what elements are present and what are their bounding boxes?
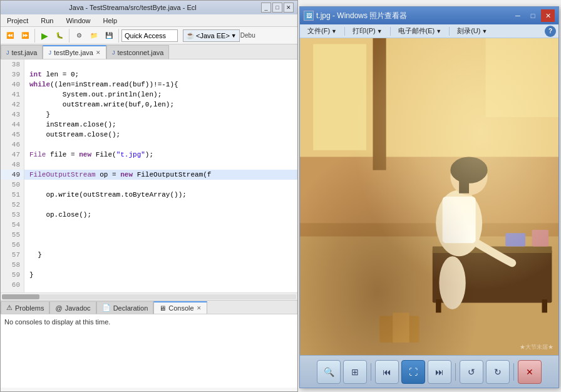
- line-num-55: 55: [1, 230, 24, 240]
- toolbar-misc-section: ⚙ 📁 💾: [72, 29, 119, 43]
- eclipse-title-text: Java - TestStreama/src/testByte.java - E…: [4, 4, 261, 11]
- zoom-fit-button[interactable]: ⊞: [343, 360, 367, 384]
- code-line-52: [24, 200, 297, 210]
- tab-javadoc[interactable]: @ Javadoc: [49, 301, 96, 314]
- chevron-down-icon: ▼: [231, 33, 237, 39]
- svg-rect-8: [433, 246, 552, 253]
- line-num-40: 40: [1, 80, 24, 90]
- java-ee-dropdown[interactable]: ☕ <Java EE> ▼: [183, 29, 240, 42]
- java-file-icon: J: [6, 49, 9, 56]
- prev-image-button[interactable]: ⏮: [375, 360, 399, 384]
- pv-close-button[interactable]: ✕: [541, 9, 555, 22]
- menu-help[interactable]: Help: [100, 16, 121, 26]
- line-num-56: 56: [1, 240, 24, 250]
- line-num-46: 46: [1, 140, 24, 150]
- svg-rect-0: [300, 38, 558, 355]
- pv-menu-burn[interactable]: 刻录(U) ▼: [452, 25, 492, 37]
- zoom-fit-icon: ⊞: [351, 367, 359, 377]
- console-content: No consoles to display at this time.: [1, 314, 297, 388]
- line-num-60: 60: [1, 280, 24, 290]
- code-line-40: while((len=inStream.read(buf))!=-1){: [24, 80, 297, 90]
- perspective-icon: ☕: [186, 31, 195, 39]
- tab-console-label: Console: [168, 304, 193, 312]
- code-line-54: [24, 220, 297, 230]
- tab-console-close-icon[interactable]: ✕: [197, 305, 202, 311]
- pv-menu-file[interactable]: 文件(F) ▼: [302, 25, 342, 37]
- toolbar-debug-btn[interactable]: 🐛: [53, 29, 66, 43]
- pv-menu-print[interactable]: 打印(P) ▼: [347, 25, 388, 37]
- code-line-42: outStream.write(buf,0,len);: [24, 100, 297, 110]
- toolbar-btn-c[interactable]: 💾: [102, 29, 116, 43]
- photo-viewer-title-bar: 🖼 t.jpg - Windows 照片查看器 ─ □ ✕: [300, 7, 558, 24]
- svg-rect-3: [486, 38, 558, 117]
- fullscreen-button[interactable]: ⛶: [401, 360, 425, 384]
- menu-project[interactable]: Project: [3, 16, 32, 26]
- rotate-ccw-button[interactable]: ↺: [460, 360, 483, 384]
- svg-point-12: [450, 158, 487, 195]
- tab-testconnet-java[interactable]: J testconnet.java: [106, 45, 170, 59]
- zoom-in-button[interactable]: 🔍: [317, 360, 341, 384]
- toolbar-btn-2[interactable]: ⏩: [18, 29, 32, 43]
- svg-rect-6: [300, 237, 558, 355]
- code-line-53: op.close();: [24, 210, 297, 220]
- toolbar-run-btn[interactable]: ▶: [38, 29, 51, 43]
- toolbar-run-section: ▶ 🐛: [38, 29, 69, 43]
- next-icon: ⏭: [435, 367, 444, 377]
- toolbar-btn-b[interactable]: 📁: [87, 29, 101, 43]
- tab-label: testByte.java: [54, 49, 93, 56]
- tab-declaration-label: Declaration: [113, 304, 148, 312]
- scrollbar-thumb[interactable]: [2, 294, 39, 299]
- line-num-58: 58: [1, 260, 24, 270]
- pv-help-button[interactable]: ?: [545, 26, 556, 37]
- bottom-tab-bar: ⚠ Problems @ Javadoc 📄 Declaration 🖥 Con…: [1, 301, 297, 314]
- tab-testbyte-java[interactable]: J testByte.java ✕: [43, 45, 106, 59]
- eclipse-menu-bar: Project Run Window Help: [1, 14, 297, 27]
- console-message: No consoles to display at this time.: [4, 318, 110, 326]
- photo-viewer-menu-bar: 文件(F) ▼ 打印(P) ▼ 电子邮件(E) ▼ 刻录(U) ▼ ?: [300, 24, 558, 38]
- toolbar-btn-a[interactable]: ⚙: [72, 29, 86, 43]
- pv-minimize-button[interactable]: ─: [511, 9, 525, 22]
- svg-point-13: [450, 157, 487, 183]
- rotate-cw-button[interactable]: ↻: [486, 360, 510, 384]
- code-line-43: }: [24, 110, 297, 120]
- svg-rect-15: [443, 197, 476, 243]
- toolbar-btn-1[interactable]: ⏪: [3, 29, 17, 43]
- quick-access-input[interactable]: Quick Access: [121, 29, 178, 42]
- menu-window[interactable]: Window: [62, 16, 94, 26]
- pv-maximize-button[interactable]: □: [526, 9, 540, 22]
- delete-button[interactable]: ✕: [518, 360, 542, 384]
- fullscreen-icon: ⛶: [409, 367, 418, 377]
- close-button[interactable]: ✕: [284, 3, 294, 13]
- line-num-45: 45: [1, 130, 24, 140]
- menu-run[interactable]: Run: [37, 16, 57, 26]
- rotate-ccw-icon: ↺: [468, 367, 475, 377]
- code-line-46: [24, 140, 297, 150]
- tab-declaration[interactable]: 📄 Declaration: [96, 301, 154, 314]
- javadoc-icon: @: [55, 304, 62, 312]
- next-image-button[interactable]: ⏭: [428, 360, 451, 384]
- chevron-down-icon: ▼: [377, 28, 383, 34]
- pv-menu-email[interactable]: 电子邮件(E) ▼: [393, 25, 447, 37]
- tab-console[interactable]: 🖥 Console ✕: [153, 301, 207, 314]
- editor-horizontal-scrollbar[interactable]: [1, 292, 297, 300]
- code-line-44: inStream.close();: [24, 120, 297, 130]
- code-line-55: [24, 230, 297, 240]
- code-line-49: FileOutputStream op = new FileOutputStre…: [24, 170, 297, 180]
- code-text-area[interactable]: int len = 0; while((len=inStream.read(bu…: [24, 59, 297, 292]
- tab-close-icon[interactable]: ✕: [96, 49, 101, 56]
- toolbar-btn-debug[interactable]: Debu: [241, 29, 255, 43]
- tab-problems[interactable]: ⚠ Problems: [1, 301, 49, 314]
- code-editor: 38 39 40 41 42 43 44 45 46 47 48 49 50 5…: [1, 59, 297, 292]
- line-numbers-gutter: 38 39 40 41 42 43 44 45 46 47 48 49 50 5…: [1, 59, 24, 292]
- tab-test-java[interactable]: J test.java: [1, 45, 43, 59]
- scrollbar-track[interactable]: [2, 294, 296, 299]
- svg-rect-7: [433, 250, 552, 303]
- menu-separator: [449, 27, 450, 36]
- chevron-down-icon: ▼: [436, 28, 441, 34]
- code-line-47: File file = new File("t.jpg");: [24, 150, 297, 160]
- eclipse-window: Java - TestStreama/src/testByte.java - E…: [0, 0, 298, 392]
- svg-rect-4: [373, 38, 386, 170]
- maximize-button[interactable]: □: [272, 3, 282, 13]
- line-num-47: 47: [1, 150, 24, 160]
- minimize-button[interactable]: _: [261, 3, 271, 13]
